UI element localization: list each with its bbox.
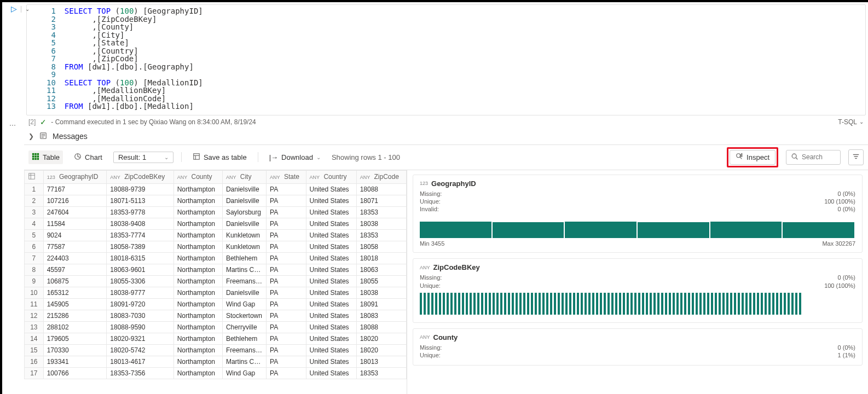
table-cell[interactable]: Northampton [173, 367, 222, 379]
table-cell[interactable]: PA [267, 264, 306, 275]
table-cell[interactable]: Danielsville [222, 218, 266, 229]
table-cell[interactable]: 18018 [356, 252, 406, 264]
table-cell[interactable]: 18013-4617 [107, 356, 173, 367]
table-cell[interactable]: Northampton [173, 344, 222, 356]
table-cell[interactable]: United States [306, 367, 356, 379]
table-row[interactable]: 17716718088-9739NorthamptonDanielsvilleP… [25, 183, 407, 195]
table-cell[interactable]: United States [306, 206, 356, 218]
inspect-pane[interactable]: 123GeographyIDMissing:0 (0%)Unique:100 (… [407, 170, 868, 395]
results-grid-pane[interactable]: 123 GeographyIDANY ZipCodeBKeyANY County… [24, 170, 407, 395]
table-row[interactable]: 1114590518091-9720NorthamptonWind GapPAU… [25, 298, 407, 310]
table-cell[interactable]: Northampton [173, 241, 222, 252]
table-cell[interactable]: Saylorsburg [222, 206, 266, 218]
table-cell[interactable]: 18063-9601 [107, 264, 173, 275]
table-cell[interactable]: Wind Gap [222, 298, 266, 310]
table-cell[interactable]: Kunkletown [222, 229, 266, 241]
table-cell[interactable]: PA [267, 356, 306, 367]
table-cell[interactable]: 18353 [356, 206, 406, 218]
chart-view-button[interactable]: Chart [71, 150, 106, 164]
table-cell[interactable]: United States [306, 241, 356, 252]
table-cell[interactable]: 18013 [356, 356, 406, 367]
table-cell[interactable]: 18353-7774 [107, 229, 173, 241]
table-cell[interactable]: Freemansb… [222, 275, 266, 287]
table-cell[interactable]: 9024 [43, 229, 107, 241]
table-cell[interactable]: 18091 [356, 298, 406, 310]
table-row[interactable]: 1710076618353-7356NorthamptonWind GapPAU… [25, 367, 407, 379]
table-cell[interactable]: Northampton [173, 264, 222, 275]
table-cell[interactable]: 77167 [43, 183, 107, 195]
table-cell[interactable]: United States [306, 333, 356, 344]
table-row[interactable]: 910687518055-3306NorthamptonFreemansb…PA… [25, 275, 407, 287]
table-cell[interactable]: 18020 [356, 344, 406, 356]
table-cell[interactable]: 18058-7389 [107, 241, 173, 252]
table-cell[interactable]: United States [306, 195, 356, 206]
table-cell[interactable]: Danielsville [222, 195, 266, 206]
search-input[interactable] [802, 153, 835, 161]
column-header[interactable]: ANY County [173, 170, 222, 183]
table-row[interactable]: 67758718058-7389NorthamptonKunkletownPAU… [25, 241, 407, 252]
table-cell[interactable]: 18055-3306 [107, 275, 173, 287]
table-cell[interactable]: PA [267, 344, 306, 356]
table-cell[interactable]: Wind Gap [222, 367, 266, 379]
table-cell[interactable]: 165312 [43, 287, 107, 298]
table-row[interactable]: 1417960518020-9321NorthamptonBethlehemPA… [25, 333, 407, 344]
table-cell[interactable]: 193341 [43, 356, 107, 367]
table-cell[interactable]: Northampton [173, 287, 222, 298]
table-cell[interactable]: 215286 [43, 310, 107, 321]
table-cell[interactable]: 18020 [356, 333, 406, 344]
table-cell[interactable]: PA [267, 183, 306, 195]
table-cell[interactable]: United States [306, 229, 356, 241]
table-cell[interactable]: 100766 [43, 367, 107, 379]
table-cell[interactable]: 18018-6315 [107, 252, 173, 264]
table-cell[interactable]: Northampton [173, 298, 222, 310]
table-cell[interactable]: Freemansb… [222, 344, 266, 356]
table-cell[interactable]: United States [306, 310, 356, 321]
table-cell[interactable]: Northampton [173, 229, 222, 241]
table-cell[interactable]: 106875 [43, 275, 107, 287]
table-cell[interactable]: 18353-7356 [107, 367, 173, 379]
table-cell[interactable]: 18020-9321 [107, 333, 173, 344]
table-cell[interactable]: PA [267, 321, 306, 333]
inspect-button[interactable]: Inspect [730, 150, 776, 165]
table-cell[interactable]: 18038-9777 [107, 287, 173, 298]
table-cell[interactable]: 18063 [356, 264, 406, 275]
table-cell[interactable]: PA [267, 195, 306, 206]
table-cell[interactable]: Northampton [173, 333, 222, 344]
table-cell[interactable]: 45597 [43, 264, 107, 275]
expand-icon[interactable]: ❯ [28, 132, 34, 140]
table-cell[interactable]: PA [267, 229, 306, 241]
table-cell[interactable]: Northampton [173, 356, 222, 367]
table-cell[interactable]: 247604 [43, 206, 107, 218]
table-cell[interactable]: Northampton [173, 206, 222, 218]
table-row[interactable]: 1328810218088-9590NorthamptonCherryville… [25, 321, 407, 333]
language-selector[interactable]: T-SQL ⌄ [838, 118, 864, 126]
table-cell[interactable]: PA [267, 275, 306, 287]
table-cell[interactable]: Bethlehem [222, 252, 266, 264]
table-cell[interactable]: 18353 [356, 367, 406, 379]
table-cell[interactable]: 18038 [356, 287, 406, 298]
column-header[interactable]: ANY ZipCodeBKey [107, 170, 173, 183]
table-cell[interactable]: 18353-9778 [107, 206, 173, 218]
table-cell[interactable]: 18353 [356, 229, 406, 241]
run-icon[interactable]: ▷ [10, 4, 17, 13]
results-table[interactable]: 123 GeographyIDANY ZipCodeBKeyANY County… [24, 170, 407, 379]
table-cell[interactable]: 77587 [43, 241, 107, 252]
table-cell[interactable]: Cherryville [222, 321, 266, 333]
code-editor[interactable]: 12345678910111213 SELECT TOP (100) [Geog… [26, 4, 866, 115]
column-header[interactable]: ANY Country [306, 170, 356, 183]
table-cell[interactable]: 18091-9720 [107, 298, 173, 310]
filter-button[interactable] [848, 149, 864, 165]
table-cell[interactable]: PA [267, 333, 306, 344]
column-header[interactable]: ANY City [222, 170, 266, 183]
download-button[interactable]: |→ Download ⌄ [266, 151, 324, 164]
table-cell[interactable]: Stockertown [222, 310, 266, 321]
table-cell[interactable]: Martins Cr… [222, 264, 266, 275]
table-row[interactable]: 210721618071-5113NorthamptonDanielsville… [25, 195, 407, 206]
table-cell[interactable]: 145905 [43, 298, 107, 310]
table-cell[interactable]: 18088-9590 [107, 321, 173, 333]
table-cell[interactable]: Northampton [173, 310, 222, 321]
table-cell[interactable]: PA [267, 310, 306, 321]
table-cell[interactable]: United States [306, 356, 356, 367]
table-cell[interactable]: United States [306, 287, 356, 298]
table-cell[interactable]: Martins Cr… [222, 356, 266, 367]
